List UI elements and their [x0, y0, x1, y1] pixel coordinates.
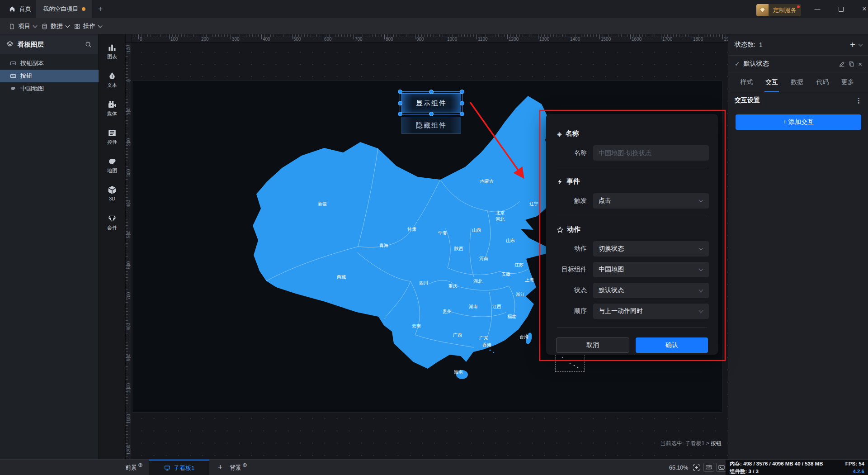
foreground-layer-button[interactable]: 前景⊕	[125, 460, 143, 475]
cancel-button[interactable]: 取消	[556, 337, 629, 353]
default-state-label: 默认状态	[744, 60, 769, 68]
chevron-down-icon	[699, 267, 703, 271]
province-label: 内蒙古	[480, 179, 494, 184]
ruler-number: 700	[355, 37, 363, 42]
components-value: 3 / 3	[749, 468, 759, 475]
province-label: 山东	[506, 238, 515, 243]
zoom-level[interactable]: 65.10%	[669, 460, 688, 475]
minimize-button[interactable]: —	[807, 0, 827, 18]
action-field-label: 动作	[555, 245, 593, 253]
province-label: 江苏	[514, 262, 524, 267]
fps-value: 54	[859, 461, 864, 467]
ruler-number: 1100	[478, 37, 488, 42]
background-layer-button[interactable]: 背景⊕	[230, 460, 247, 475]
keyboard-shortcuts-icon[interactable]	[703, 463, 714, 472]
show-component-button[interactable]: 显示组件	[401, 93, 461, 113]
duplicate-state-icon[interactable]	[849, 61, 854, 67]
circle-plus-icon[interactable]: ⊕	[138, 461, 143, 468]
search-icon[interactable]	[85, 41, 92, 48]
project-tab-label: 我的空白项目	[43, 5, 79, 13]
bottom-bar: 前景⊕ 子看板1 + 背景⊕ 65.10% 内存: 498 / 3576 / 4…	[0, 459, 868, 475]
ruler-number: 1200	[509, 37, 519, 42]
ruler-number: -100	[126, 43, 132, 60]
document-icon	[9, 24, 15, 29]
chevron-down-icon	[699, 246, 703, 251]
kebab-menu-icon[interactable]: ⋮	[855, 96, 862, 105]
modal-section-name: ◈ 名称	[557, 129, 709, 138]
action-select[interactable]: 切换状态	[593, 241, 709, 256]
add-state-button[interactable]: +	[850, 40, 855, 50]
rail-item-controls[interactable]: 控件	[99, 128, 126, 146]
rail-item-3d[interactable]: 3D	[99, 185, 126, 201]
tab-more[interactable]: 更多	[835, 72, 860, 92]
chevron-down-icon	[699, 309, 703, 313]
state-select[interactable]: 默认状态	[593, 283, 709, 298]
province-label: 海南	[454, 370, 463, 375]
tab-interaction[interactable]: 交互	[759, 72, 784, 92]
rail-item-text[interactable]: 文本	[99, 71, 126, 89]
target-select[interactable]: 中国地图	[593, 262, 709, 277]
province-label: 河南	[479, 256, 488, 261]
layer-item-button[interactable]: 按钮	[0, 70, 99, 82]
province-label: 云南	[412, 323, 421, 328]
fit-scre en-icon[interactable]	[691, 463, 702, 472]
province-label: 青海	[379, 243, 388, 248]
rail-item-media[interactable]: 媒体	[99, 100, 126, 117]
hide-component-button[interactable]: 隐藏组件	[401, 117, 461, 134]
province-label: 北京	[495, 210, 505, 215]
order-select[interactable]: 与上一动作同时	[593, 304, 709, 319]
ruler-number: 500	[293, 37, 301, 42]
fps-label: FPS:	[845, 461, 857, 467]
tab-code[interactable]: 代码	[810, 72, 835, 92]
new-tab-button[interactable]: +	[95, 4, 106, 14]
province-label: 宁夏	[438, 231, 447, 236]
layer-item-label: 按钮副本	[20, 59, 44, 67]
ruler-number: 1300	[539, 37, 549, 42]
menu-operations[interactable]: 操作	[68, 18, 108, 34]
tab-style[interactable]: 样式	[734, 72, 759, 92]
ruler-number: 900	[416, 37, 424, 42]
layers-panel: 看板图层 按钮副本 按钮 中国地图	[0, 34, 99, 459]
name-field-label: 名称	[555, 149, 593, 157]
home-button[interactable]: 首页	[9, 0, 31, 18]
province-label: 山西	[472, 228, 481, 233]
inspector-panel: 状态数: 1 + ✓ 默认状态 × 样式 交互 数据 代码 更多 交互设置	[728, 34, 868, 459]
interaction-modal: ◈ 名称 名称 事件 触发 点击 动作 动作	[546, 114, 718, 355]
rail-item-map[interactable]: 地图	[99, 157, 126, 174]
edit-state-icon[interactable]	[839, 61, 845, 67]
province-label: 广西	[453, 332, 462, 337]
china-map-icon	[108, 157, 117, 166]
name-input[interactable]	[599, 149, 703, 157]
ruler-number: 400	[263, 37, 270, 42]
province-label: 湖南	[469, 304, 478, 309]
maximize-button[interactable]	[831, 0, 851, 18]
custom-service-badge[interactable]: 定制服务	[756, 4, 801, 16]
add-interaction-button[interactable]: + 添加交互	[736, 114, 861, 130]
province-label: 辽宁	[529, 201, 538, 206]
confirm-button[interactable]: 确认	[636, 337, 708, 353]
collapse-states-button[interactable]	[859, 44, 862, 46]
monitor-icon	[164, 465, 170, 471]
close-button[interactable]: ×	[854, 0, 868, 18]
circle-plus-icon[interactable]: ⊕	[242, 461, 247, 468]
trigger-select[interactable]: 点击	[593, 193, 709, 209]
ruler-number: 1200	[126, 440, 132, 459]
rail-item-kits[interactable]: 套件	[99, 214, 126, 231]
add-subpanel-button[interactable]: +	[213, 460, 227, 475]
map-icon	[10, 86, 16, 92]
cube-icon	[108, 185, 117, 195]
province-label: 江西	[492, 304, 501, 309]
modal-divider	[557, 327, 707, 328]
tab-data[interactable]: 数据	[784, 72, 810, 92]
delete-state-icon[interactable]: ×	[858, 60, 862, 68]
rail-item-charts[interactable]: 图表	[99, 43, 126, 60]
subpanel-tab[interactable]: 子看板1	[149, 460, 209, 475]
ruler-number: 0	[126, 71, 132, 90]
ruler-number: 400	[126, 194, 132, 214]
layer-item-china-map[interactable]: 中国地图	[0, 82, 99, 95]
project-tab[interactable]: 我的空白项目	[36, 0, 92, 18]
layers-icon	[6, 41, 14, 48]
modal-section-event: 事件	[557, 177, 709, 186]
layer-item-button-copy[interactable]: 按钮副本	[0, 57, 99, 70]
default-state-row[interactable]: ✓ 默认状态 ×	[728, 56, 868, 72]
